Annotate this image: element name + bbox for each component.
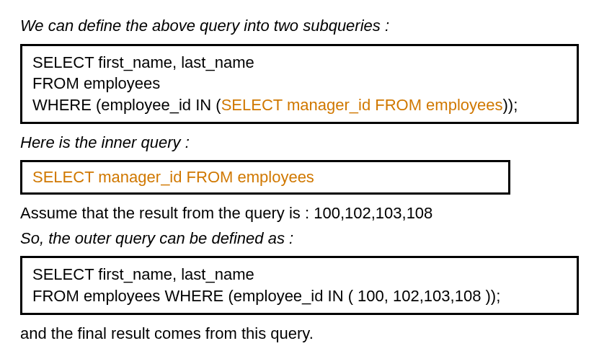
code-line: SELECT first_name, last_name: [32, 264, 567, 285]
code-box-full-query: SELECT first_name, last_name FROM employ…: [20, 44, 579, 124]
code-fragment: ));: [503, 96, 518, 114]
code-box-inner-query: SELECT manager_id FROM employees: [20, 160, 510, 195]
code-line: FROM employees: [32, 73, 567, 94]
inner-query-label: Here is the inner query :: [20, 133, 579, 154]
code-line: SELECT manager_id FROM employees: [32, 168, 314, 186]
code-box-outer-query: SELECT first_name, last_name FROM employ…: [20, 256, 579, 314]
code-line: FROM employees WHERE (employee_id IN ( 1…: [32, 285, 567, 307]
intro-text: We can define the above query into two s…: [20, 16, 579, 37]
code-fragment: WHERE (employee_id IN (: [32, 96, 221, 114]
final-result-text: and the final result comes from this que…: [20, 324, 579, 345]
code-line: SELECT first_name, last_name: [32, 52, 567, 74]
code-line: WHERE (employee_id IN (SELECT manager_id…: [32, 94, 567, 116]
assume-result-text: Assume that the result from the query is…: [20, 203, 579, 224]
outer-query-label: So, the outer query can be defined as :: [20, 228, 579, 249]
code-fragment-subquery: SELECT manager_id FROM employees: [221, 96, 503, 114]
